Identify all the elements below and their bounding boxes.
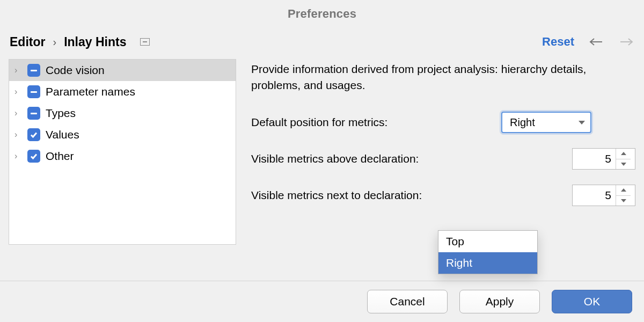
settings-tree: ›Code vision›Parameter names›Types›Value… <box>9 59 236 245</box>
visible-above-input[interactable] <box>573 149 616 169</box>
visible-next-input[interactable] <box>573 185 616 206</box>
tree-item-label: Code vision <box>46 64 105 77</box>
dropdown-popup[interactable]: TopRight <box>438 230 538 274</box>
breadcrumb-root[interactable]: Editor <box>10 35 45 49</box>
dropdown-option[interactable]: Right <box>438 252 537 274</box>
spinner-down-icon[interactable] <box>616 159 631 170</box>
tree-item[interactable]: ›Code vision <box>9 60 236 81</box>
spinner-up-icon[interactable] <box>616 185 631 196</box>
window-title: Preferences <box>0 0 644 28</box>
reset-link[interactable]: Reset <box>542 35 574 49</box>
checkbox-checked-icon[interactable] <box>27 128 40 141</box>
tree-item-label: Parameter names <box>46 85 135 98</box>
tree-item[interactable]: ›Parameter names <box>9 81 236 103</box>
breadcrumb: Editor › Inlay Hints <box>10 35 150 49</box>
spinner-down-icon[interactable] <box>616 196 631 206</box>
chevron-down-icon <box>579 121 585 125</box>
forward-arrow-icon[interactable] <box>618 36 634 47</box>
chevron-right-icon: › <box>52 36 57 48</box>
dialog-footer: Cancel Apply OK <box>0 281 644 322</box>
chevron-right-icon[interactable]: › <box>14 151 22 161</box>
checkbox-checked-icon[interactable] <box>27 150 40 163</box>
visible-next-spinner[interactable] <box>572 185 635 206</box>
cancel-button[interactable]: Cancel <box>367 290 448 313</box>
chevron-right-icon[interactable]: › <box>14 108 22 118</box>
breadcrumb-current: Inlay Hints <box>64 35 126 49</box>
tree-item-label: Values <box>46 128 79 141</box>
back-arrow-icon[interactable] <box>588 36 604 47</box>
dropdown-value: Right <box>510 116 535 129</box>
header: Editor › Inlay Hints Reset <box>0 28 644 59</box>
chevron-right-icon[interactable]: › <box>14 65 22 75</box>
default-position-label: Default position for metrics: <box>251 116 387 129</box>
visible-above-spinner[interactable] <box>572 148 635 170</box>
tree-item-label: Other <box>46 150 74 163</box>
tree-item[interactable]: ›Values <box>9 124 236 145</box>
checkbox-indeterminate-icon[interactable] <box>27 64 40 77</box>
default-position-dropdown[interactable]: Right <box>501 112 591 133</box>
visible-next-label: Visible metrics next to declaration: <box>251 189 422 202</box>
visible-above-label: Visible metrics above declaration: <box>251 152 419 165</box>
spinner-up-icon[interactable] <box>616 149 631 159</box>
checkbox-indeterminate-icon[interactable] <box>27 107 40 120</box>
checkbox-indeterminate-icon[interactable] <box>27 85 40 98</box>
apply-button[interactable]: Apply <box>459 290 540 313</box>
collapse-icon[interactable] <box>140 38 150 46</box>
chevron-right-icon[interactable]: › <box>14 87 22 97</box>
chevron-right-icon[interactable]: › <box>14 130 22 140</box>
tree-item-label: Types <box>46 107 76 120</box>
dropdown-option[interactable]: Top <box>438 231 537 252</box>
tree-item[interactable]: ›Types <box>9 103 236 124</box>
description-text: Provide information derived from project… <box>251 61 595 93</box>
tree-item[interactable]: ›Other <box>9 145 236 167</box>
ok-button[interactable]: OK <box>552 290 632 313</box>
